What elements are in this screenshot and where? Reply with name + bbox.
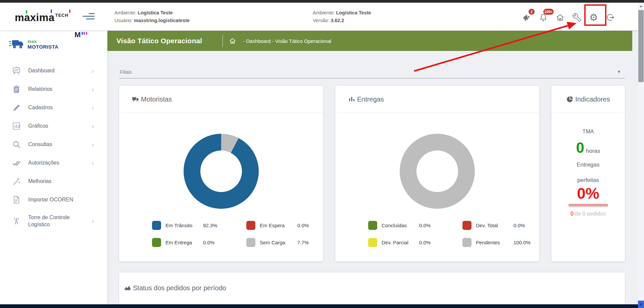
logout-icon (606, 13, 615, 22)
legend-swatch (246, 238, 255, 247)
brand-name: maxima (15, 12, 54, 23)
tma-value-row: 0horas (551, 139, 625, 156)
scrollbar: ▲ ▼ (638, 3, 644, 308)
legend-item: Concluídas0.0% (368, 221, 450, 230)
indicadores-card-header: Indicadores (551, 86, 625, 113)
home-button[interactable] (552, 9, 568, 26)
legend-swatch (462, 221, 472, 230)
settings-button[interactable]: ⚙ (585, 9, 602, 26)
announcements-button[interactable]: 2 (518, 9, 535, 26)
brand-suffix: TECH (55, 13, 68, 18)
sidebar-item-label: Cadastros (28, 104, 92, 111)
clipboard-icon (12, 85, 21, 94)
sidebar-item-label: Gráficos (28, 122, 92, 129)
document-icon (12, 195, 21, 204)
logout-button[interactable] (602, 9, 619, 26)
percent-underline-bar (568, 204, 608, 206)
motoristas-card: Motoristas Em Trânsito92.3%Em Espera0.0%… (119, 86, 323, 261)
scroll-down-button[interactable]: ▼ (638, 301, 644, 308)
wrench-icon (573, 13, 581, 22)
scroll-up-icon: ▲ (640, 4, 643, 8)
m-letter: M (75, 32, 81, 38)
legend-swatch (152, 221, 161, 230)
perfect-deliveries-percent: 0% (551, 185, 625, 202)
tma-label: TMA (551, 129, 625, 135)
max-motorista-logo: max MOTORISTA (9, 39, 58, 50)
environment-info-left: Ambiente: Logística Teste Usuário: maxst… (114, 9, 190, 24)
sidebar-item-cadastros[interactable]: Cadastros› (0, 98, 107, 117)
ambiente-label: Ambiente: (313, 10, 335, 15)
scroll-up-button[interactable]: ▲ (638, 3, 644, 9)
page-title: Visão Tático Operacional (116, 37, 202, 45)
perfect-deliveries-line2: perfeitas (551, 177, 625, 184)
status-card-header: Status dos pedidos por período (119, 272, 625, 304)
legend-value: 7.7% (297, 240, 309, 245)
environment-info-right: Ambiente: Logística Teste Versão: 3.62.2 (313, 9, 371, 24)
pencil-icon (12, 103, 21, 112)
legend-label: Pendentes (476, 240, 513, 245)
app-window: maximaTECH Ambiente: Logística Teste Usu… (0, 0, 644, 308)
sidebar-item-relatorios[interactable]: Relatórios› (0, 80, 107, 98)
app-header: maximaTECH Ambiente: Logística Teste Usu… (0, 3, 638, 30)
chevron-right-icon: › (92, 218, 94, 224)
chevron-right-icon: › (92, 123, 94, 129)
sidebar-item-torre-de-controle-logistico[interactable]: Torre de Controle Logístico› (0, 209, 107, 233)
legend-value: 100.0% (513, 240, 531, 245)
chevron-right-icon: › (92, 104, 94, 111)
entregas-card-header: Entregas (335, 86, 539, 113)
card-title: Motoristas (141, 96, 172, 103)
sidebar-item-label: Dashboard (28, 67, 92, 74)
sidebar-item-graficos[interactable]: Gráficos› (0, 117, 107, 135)
scrollbar-thumb[interactable] (638, 10, 644, 82)
sidebar-item-importar-ocoren[interactable]: Importar OCOREN (0, 190, 107, 209)
chevron-right-icon: › (92, 67, 94, 74)
sidebar-item-melhorias[interactable]: Melhorias (0, 172, 107, 190)
donut-hole (416, 150, 458, 192)
motoristas-legend: Em Trânsito92.3%Em Espera0.0%Em Entrega0… (152, 221, 329, 247)
filiais-underline (119, 78, 625, 78)
legend-label: Em Espera (260, 223, 297, 228)
sidebar-item-dashboard[interactable]: Dashboard› (0, 61, 107, 80)
legend-value: 0.0% (203, 240, 214, 245)
breadcrumb-home-icon[interactable] (229, 37, 236, 45)
gear-icon: ⚙ (589, 13, 598, 22)
sidebar-item-label: Torre de Controle Logístico (28, 214, 92, 228)
indicadores-body: TMA 0horas Entregas perfeitas 0% 0 de 0 … (551, 113, 625, 217)
motoristas-donut-chart[interactable] (184, 134, 259, 209)
motoristas-card-header: Motoristas (119, 86, 323, 113)
logo-max-text: max (28, 39, 58, 44)
entregas-card: Entregas Concluídas0.0%Dev. Total0.0%Dev… (335, 86, 539, 261)
sidebar-nav: Dashboard›Relatórios›Cadastros›Gráficos›… (0, 61, 107, 233)
search-icon (12, 140, 21, 149)
notifications-button[interactable]: 100+ (535, 9, 552, 26)
magic-wand-icon (12, 177, 21, 186)
sidebar: max MOTORISTA M Dashboard›Relatórios›Cad… (0, 30, 107, 308)
legend-value: 92.3% (203, 223, 217, 228)
sidebar-item-autorizacoes[interactable]: Autorizações› (0, 153, 107, 172)
card-title: Indicadores (575, 96, 610, 103)
indicadores-card: Indicadores TMA 0horas Entregas perfeita… (551, 86, 625, 261)
versao-value: 3.62.2 (331, 18, 344, 23)
legend-item: Dev. Parcial0.0% (368, 238, 450, 247)
tools-button[interactable] (568, 9, 585, 26)
entregas-donut-chart[interactable] (400, 134, 475, 209)
filiais-label: Filiais (120, 69, 132, 75)
tma-value: 0 (576, 139, 584, 156)
sidebar-item-label: Relatórios (28, 85, 92, 93)
card-title: Entregas (357, 96, 384, 103)
legend-item: Em Entrega0.0% (152, 238, 234, 247)
window-bottom-bar (0, 304, 638, 308)
double-check-icon (12, 159, 21, 167)
header-icon-bar: 2 100+ ⚙ (518, 9, 619, 26)
legend-item: Sem Carga7.7% (246, 238, 329, 247)
logo-accent-green (26, 10, 27, 14)
sidebar-item-consultas[interactable]: Consultas› (0, 135, 107, 153)
scroll-down-icon: ▼ (639, 303, 643, 306)
menu-toggle-icon[interactable] (83, 13, 95, 20)
tma-unit: horas (586, 148, 600, 154)
legend-label: Dev. Total (476, 223, 513, 228)
versao-label: Versão: (313, 18, 329, 23)
chevron-right-icon: › (92, 86, 94, 93)
area-chart-icon (124, 284, 131, 292)
filiais-select[interactable]: Filiais ▼ (119, 66, 625, 80)
